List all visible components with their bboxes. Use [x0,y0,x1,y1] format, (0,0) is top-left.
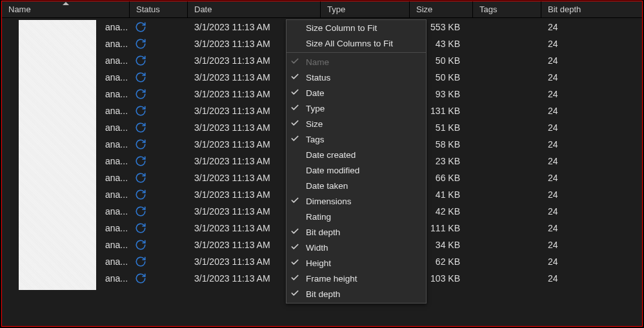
file-status-cell [130,55,188,66]
column-header-date-label: Date [194,5,212,14]
menu-toggle-column[interactable]: Bit depth [287,224,426,240]
file-status-cell [130,172,188,184]
menu-toggle-label: Date created [306,150,356,160]
menu-toggle-column[interactable]: Type [287,101,426,116]
file-bit-cell: 24 [541,106,612,116]
menu-toggle-column[interactable]: Status [287,70,426,85]
file-bit-text: 24 [548,189,558,200]
sync-icon [135,222,146,234]
sync-icon [135,122,146,133]
column-header-type-label: Type [327,5,345,14]
column-header-status[interactable]: Status [130,1,188,18]
sync-icon [135,155,146,167]
checkmark-icon [290,88,301,98]
menu-toggle-label: Date modified [306,166,359,175]
file-name-cell: ana... [21,156,130,166]
checkmark-icon [290,242,301,253]
file-size-text: 41 KB [436,189,460,200]
column-header-bit-depth[interactable]: Bit depth [541,1,638,18]
file-status-cell [130,88,188,100]
menu-toggle-column[interactable]: Date created [287,147,426,162]
file-date-text: 3/1/2023 11:13 AM [194,273,270,284]
column-header-status-label: Status [136,5,160,14]
file-name-cell: ana... [21,89,130,99]
file-bit-cell: 24 [541,189,612,200]
file-date-text: 3/1/2023 11:13 AM [194,139,270,150]
file-name-cell: ana... [21,273,130,284]
file-status-cell [130,239,188,251]
menu-toggle-column[interactable]: Rating [287,209,426,224]
file-status-cell [130,139,188,150]
file-bit-text: 24 [548,273,558,284]
sync-icon [135,55,146,66]
menu-toggle-label: Type [306,104,325,113]
file-name-cell: ana... [21,39,130,49]
file-status-cell [130,38,188,50]
menu-size-column-to-fit[interactable]: Size Column to Fit [287,20,426,35]
menu-toggle-label: Bit depth [306,289,340,299]
sync-icon [135,139,146,150]
file-bit-cell: 24 [541,89,612,99]
file-size-text: 50 KB [436,72,460,82]
menu-toggle-column[interactable]: Date [287,85,426,101]
menu-toggle-label: Name [306,57,329,67]
menu-toggle-column[interactable]: Frame height [287,271,426,286]
column-header-name[interactable]: Name [2,1,130,18]
menu-toggle-column[interactable]: Size [287,116,426,131]
file-name-cell: ana... [21,106,130,116]
file-name-text: ana... [105,139,128,150]
file-date-text: 3/1/2023 11:13 AM [194,206,270,217]
column-header-tags[interactable]: Tags [473,1,541,18]
menu-toggle-label: Bit depth [306,227,340,237]
menu-toggle-column[interactable]: Height [287,255,426,271]
file-date-text: 3/1/2023 11:13 AM [194,240,270,250]
file-bit-text: 24 [548,173,558,183]
file-bit-cell: 24 [541,256,612,267]
file-status-cell [130,21,188,33]
menu-size-all-columns-to-fit[interactable]: Size All Columns to Fit [287,35,426,51]
column-header-size[interactable]: Size [410,1,473,18]
sync-icon [135,239,146,251]
file-name-text: ana... [105,39,128,49]
file-bit-cell: 24 [541,223,612,233]
menu-toggle-label: Tags [306,135,325,144]
file-bit-text: 24 [548,89,558,99]
file-date-text: 3/1/2023 11:13 AM [194,55,270,66]
file-name-text: ana... [105,89,128,99]
file-date-text: 3/1/2023 11:13 AM [194,22,270,32]
file-size-text: 51 KB [436,122,460,133]
checkmark-icon [290,57,301,67]
file-name-cell: ana... [21,173,130,183]
file-name-text: ana... [105,122,128,133]
column-context-menu: Size Column to Fit Size All Columns to F… [286,19,427,304]
file-name-text: ana... [105,206,128,217]
column-header-type[interactable]: Type [321,1,410,18]
menu-toggle-label: Date [306,88,325,98]
menu-toggle-column[interactable]: Dimensions [287,193,426,209]
file-name-text: ana... [105,256,128,267]
file-name-text: ana... [105,22,128,32]
checkmark-icon [290,103,301,113]
file-size-text: 62 KB [436,256,460,267]
menu-toggle-column[interactable]: Width [287,240,426,255]
file-bit-cell: 24 [541,55,612,66]
menu-toggle-column[interactable]: Date modified [287,162,426,178]
column-header-name-label: Name [8,5,31,14]
column-header-row: Name Status Date Type Size Tags Bit dept… [2,1,642,18]
menu-toggle-label: Status [306,73,330,82]
column-header-date[interactable]: Date [188,1,321,18]
file-bit-cell: 24 [541,173,612,183]
sort-ascending-icon [63,2,69,5]
file-size-text: 34 KB [436,240,460,250]
menu-toggle-column[interactable]: Tags [287,131,426,147]
column-header-tags-label: Tags [479,5,497,14]
menu-toggle-column[interactable]: Bit depth [287,286,426,302]
file-bit-text: 24 [548,139,558,150]
file-status-cell [130,105,188,117]
sync-icon [135,172,146,184]
file-bit-text: 24 [548,39,558,49]
file-size-text: 553 KB [430,22,460,32]
file-bit-text: 24 [548,122,558,133]
file-bit-cell: 24 [541,156,612,166]
menu-toggle-column[interactable]: Date taken [287,178,426,193]
